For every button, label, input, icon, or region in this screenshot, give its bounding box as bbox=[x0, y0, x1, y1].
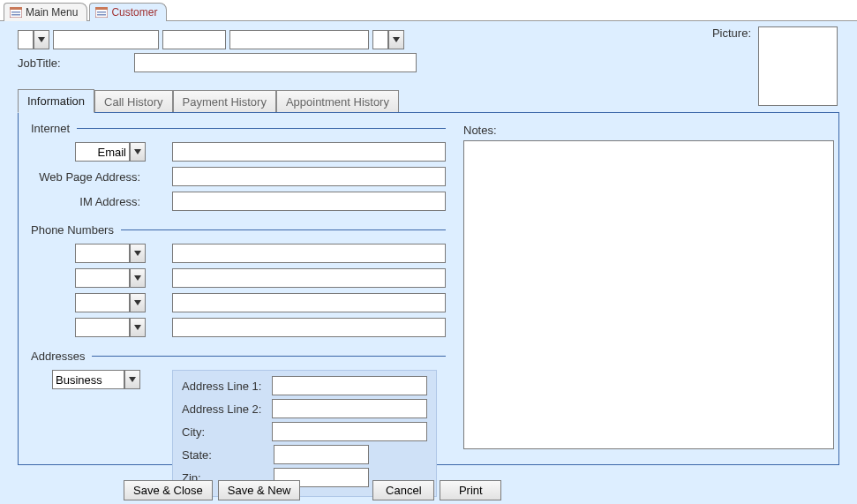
chevron-down-icon bbox=[393, 37, 400, 42]
phone-number-input[interactable] bbox=[172, 318, 446, 337]
svg-rect-7 bbox=[97, 14, 106, 16]
phone-group: Phone Numbers bbox=[31, 223, 446, 337]
tab-label: Customer bbox=[111, 6, 157, 19]
form-buttons: Save & Close Save & New Cancel Print bbox=[124, 480, 501, 500]
tab-appointment-history[interactable]: Appointment History bbox=[276, 90, 399, 113]
chevron-down-icon bbox=[134, 251, 141, 256]
group-title: Phone Numbers bbox=[31, 223, 114, 237]
phone-type-input[interactable] bbox=[75, 293, 130, 312]
svg-marker-9 bbox=[393, 37, 400, 42]
web-page-label: Web Page Address: bbox=[31, 170, 146, 184]
dropdown-button[interactable] bbox=[130, 142, 146, 162]
last-name-input[interactable] bbox=[229, 30, 369, 49]
phone-type-input[interactable] bbox=[75, 244, 130, 263]
chevron-down-icon bbox=[134, 325, 141, 330]
title-input[interactable] bbox=[18, 30, 34, 49]
title-combo[interactable] bbox=[18, 30, 49, 49]
dropdown-button[interactable] bbox=[130, 293, 146, 312]
phone-number-input[interactable] bbox=[172, 244, 446, 263]
city-label: City: bbox=[182, 425, 272, 439]
notes-textarea[interactable] bbox=[463, 140, 834, 449]
group-title: Addresses bbox=[31, 350, 85, 363]
save-new-button[interactable]: Save & New bbox=[218, 480, 301, 500]
address-line1-input[interactable] bbox=[272, 376, 427, 395]
chevron-down-icon bbox=[134, 300, 141, 305]
web-page-input[interactable] bbox=[172, 167, 446, 186]
svg-rect-6 bbox=[97, 11, 106, 13]
svg-rect-5 bbox=[95, 7, 108, 10]
svg-rect-2 bbox=[11, 11, 20, 13]
chevron-down-icon bbox=[38, 37, 45, 42]
svg-rect-1 bbox=[10, 7, 22, 10]
address-type-input[interactable] bbox=[52, 370, 124, 389]
dropdown-button[interactable] bbox=[130, 318, 146, 337]
address-line1-label: Address Line 1: bbox=[182, 380, 272, 393]
form-icon bbox=[95, 7, 108, 18]
tab-label: Main Menu bbox=[26, 6, 78, 19]
svg-marker-14 bbox=[134, 325, 141, 330]
document-tabs: Main Menu Customer bbox=[0, 0, 857, 21]
divider bbox=[77, 128, 446, 129]
suffix-combo[interactable] bbox=[372, 30, 404, 49]
tab-customer[interactable]: Customer bbox=[89, 3, 167, 21]
picture-box[interactable] bbox=[758, 26, 838, 106]
tab-call-history[interactable]: Call History bbox=[94, 90, 172, 113]
phone-type-combo[interactable] bbox=[75, 318, 146, 337]
print-button[interactable]: Print bbox=[440, 480, 501, 500]
middle-name-input[interactable] bbox=[162, 30, 226, 49]
im-input[interactable] bbox=[172, 192, 446, 211]
divider bbox=[121, 229, 446, 230]
first-name-input[interactable] bbox=[53, 30, 159, 49]
phone-type-input[interactable] bbox=[75, 318, 130, 337]
tab-information[interactable]: Information bbox=[18, 89, 94, 113]
notes-label: Notes: bbox=[463, 124, 497, 137]
dropdown-button[interactable] bbox=[34, 30, 49, 49]
email-type-combo[interactable] bbox=[75, 142, 146, 162]
svg-marker-13 bbox=[134, 300, 141, 305]
internet-group: Internet bbox=[31, 122, 446, 211]
form-icon bbox=[10, 7, 22, 18]
phone-type-combo[interactable] bbox=[75, 244, 146, 263]
dropdown-button[interactable] bbox=[124, 370, 140, 389]
dropdown-button[interactable] bbox=[130, 268, 146, 288]
svg-rect-3 bbox=[11, 14, 20, 16]
phone-type-combo[interactable] bbox=[75, 268, 146, 288]
job-title-label: JobTitle: bbox=[18, 56, 131, 70]
dropdown-button[interactable] bbox=[388, 30, 404, 49]
cancel-button[interactable]: Cancel bbox=[372, 480, 434, 500]
phone-number-input[interactable] bbox=[172, 268, 446, 288]
chevron-down-icon bbox=[134, 275, 141, 281]
svg-marker-10 bbox=[134, 149, 141, 154]
phone-number-input[interactable] bbox=[172, 293, 446, 312]
addresses-group: Addresses Address Line 1: bbox=[31, 350, 446, 497]
address-subpanel: Address Line 1: Address Line 2: City: bbox=[172, 370, 437, 497]
phone-type-combo[interactable] bbox=[75, 293, 146, 312]
picture-label: Picture: bbox=[712, 26, 751, 40]
svg-marker-15 bbox=[129, 377, 136, 382]
information-panel: Internet bbox=[18, 112, 839, 465]
phone-type-input[interactable] bbox=[75, 268, 130, 288]
address-line2-input[interactable] bbox=[272, 399, 427, 418]
chevron-down-icon bbox=[134, 149, 141, 154]
chevron-down-icon bbox=[129, 377, 136, 382]
divider bbox=[92, 356, 446, 357]
im-label: IM Address: bbox=[31, 195, 146, 208]
address-type-combo[interactable] bbox=[52, 370, 140, 389]
address-line2-label: Address Line 2: bbox=[182, 402, 272, 416]
job-title-input[interactable] bbox=[134, 53, 417, 72]
customer-form: JobTitle: Picture: Information Call Hist… bbox=[0, 21, 857, 504]
group-title: Internet bbox=[31, 122, 70, 135]
suffix-input[interactable] bbox=[372, 30, 388, 49]
save-close-button[interactable]: Save & Close bbox=[124, 480, 213, 500]
svg-marker-12 bbox=[134, 275, 141, 281]
email-input[interactable] bbox=[172, 142, 446, 162]
tab-payment-history[interactable]: Payment History bbox=[173, 90, 276, 113]
city-input[interactable] bbox=[272, 422, 427, 441]
svg-marker-11 bbox=[134, 251, 141, 256]
tab-main-menu[interactable]: Main Menu bbox=[4, 3, 87, 21]
state-input[interactable] bbox=[274, 445, 369, 464]
state-label: State: bbox=[182, 448, 274, 462]
dropdown-button[interactable] bbox=[130, 244, 146, 263]
email-type-input[interactable] bbox=[75, 142, 130, 162]
svg-marker-8 bbox=[38, 37, 45, 42]
